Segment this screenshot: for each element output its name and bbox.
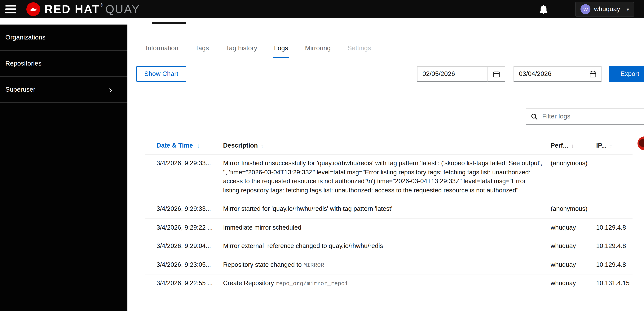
sidebar-item-label: Repositories [5, 60, 42, 67]
search-icon [531, 113, 538, 120]
date-to-input[interactable] [514, 66, 584, 82]
column-header-date[interactable]: Date & Time↓ [145, 142, 223, 149]
table-header-row: Date & Time↓ Description↕ Perf...↕ IP...… [145, 142, 632, 154]
brand-registered-mark: ® [100, 3, 104, 7]
table-row: 3/4/2026, 9:29:22 ... Immediate mirror s… [145, 219, 632, 237]
sidebar-item-superuser[interactable]: Superuser › [0, 77, 128, 103]
log-description-code: MIRROR [304, 262, 324, 268]
log-performed-by: whuquay [551, 260, 596, 269]
notifications-bell-icon[interactable] [540, 5, 548, 14]
log-date: 3/4/2026, 9:22:55 ... [145, 279, 223, 288]
log-date: 3/4/2026, 9:23:05... [145, 260, 223, 269]
column-header-description[interactable]: Description↕ [223, 142, 551, 149]
sidebar-item-repositories[interactable]: Repositories [0, 51, 128, 77]
user-menu-button[interactable]: w whuquay ▾ [576, 2, 634, 17]
log-performed-by: (anonymous) [551, 159, 596, 168]
table-row: 3/4/2026, 9:29:33... Mirror finished uns… [145, 154, 632, 200]
tab-logs[interactable]: Logs [273, 40, 289, 58]
sort-icon: ↕ [261, 142, 264, 149]
sidebar-item-label: Organizations [5, 34, 46, 41]
table-row: 3/4/2026, 9:29:04... Mirror external_ref… [145, 237, 632, 256]
sort-desc-icon: ↓ [197, 142, 200, 149]
filter-logs-input[interactable] [542, 112, 644, 121]
log-description: Create Repository repo_org/mirror_repo1 [223, 279, 551, 288]
tab-settings[interactable]: Settings [347, 40, 372, 58]
show-chart-button[interactable]: Show Chart [136, 66, 186, 82]
repo-tabbar: Information Tags Tag history Logs Mirror… [128, 40, 644, 58]
page-title-clipped [152, 22, 186, 24]
log-description: Mirror started for 'quay.io/rhwhu/redis'… [223, 204, 551, 214]
filter-logs-searchbox [526, 108, 644, 124]
sort-icon: ↕ [571, 142, 574, 149]
log-description: Mirror external_reference changed to qua… [223, 241, 551, 251]
tab-tag-history[interactable]: Tag history [225, 40, 258, 58]
log-performed-by: whuquay [551, 223, 596, 232]
log-performed-by: whuquay [551, 241, 596, 250]
log-description: Immediate mirror scheduled [223, 223, 551, 233]
chevron-right-icon: › [109, 85, 112, 94]
column-header-performed-by[interactable]: Perf...↕ [551, 142, 596, 149]
log-ip: 10.129.4.8 [596, 260, 632, 269]
log-description-code: repo_org/mirror_repo1 [276, 280, 348, 287]
chevron-down-icon: ▾ [626, 6, 629, 12]
table-row: 3/4/2026, 9:22:55 ... Create Repository … [145, 274, 632, 293]
nav-toggle-hamburger-icon[interactable] [5, 5, 16, 13]
log-ip: 10.129.4.8 [596, 241, 632, 250]
log-performed-by: whuquay [551, 279, 596, 288]
log-description: Mirror finished unsuccessfully for 'quay… [223, 159, 551, 196]
brand-quay: QUAY [105, 3, 140, 15]
logs-table: Date & Time↓ Description↕ Perf...↕ IP...… [145, 142, 632, 293]
sort-icon: ↕ [610, 142, 612, 149]
app-header: RED HAT®QUAY w whuquay ▾ [0, 0, 644, 18]
column-header-ip[interactable]: IP...↕ [596, 142, 632, 149]
date-to-picker [514, 66, 602, 82]
log-date: 3/4/2026, 9:29:22 ... [145, 223, 223, 232]
tab-mirroring[interactable]: Mirroring [304, 40, 331, 58]
tab-information[interactable]: Information [145, 40, 179, 58]
log-ip: 10.129.4.8 [596, 223, 632, 232]
sidebar: Organizations Repositories Superuser › [0, 25, 128, 311]
log-date: 3/4/2026, 9:29:33... [145, 204, 223, 213]
brand-logo: RED HAT®QUAY [26, 2, 140, 17]
table-row: 3/4/2026, 9:23:05... Repository state ch… [145, 256, 632, 274]
calendar-icon[interactable] [488, 66, 505, 82]
calendar-icon[interactable] [584, 66, 602, 82]
date-from-picker [417, 66, 505, 82]
date-from-input[interactable] [417, 66, 488, 82]
user-avatar: w [581, 4, 590, 14]
log-date: 3/4/2026, 9:29:04... [145, 241, 223, 250]
brand-red-hat: RED HAT [44, 3, 100, 15]
tab-tags[interactable]: Tags [194, 40, 210, 58]
sidebar-item-organizations[interactable]: Organizations [0, 25, 128, 51]
log-performed-by: (anonymous) [551, 204, 596, 213]
user-name: whuquay [594, 5, 620, 13]
log-description: Repository state changed to MIRROR [223, 260, 551, 270]
table-row: 3/4/2026, 9:29:33... Mirror started for … [145, 200, 632, 219]
log-ip: 10.131.4.15 [596, 279, 632, 288]
export-button[interactable]: Export [609, 66, 644, 82]
main-content: Information Tags Tag history Logs Mirror… [128, 18, 644, 312]
log-date: 3/4/2026, 9:29:33... [145, 159, 223, 168]
sidebar-item-label: Superuser [5, 86, 36, 93]
red-hat-logo-icon [26, 2, 40, 17]
app-root: RED HAT®QUAY w whuquay ▾ Organizations R… [0, 0, 644, 312]
